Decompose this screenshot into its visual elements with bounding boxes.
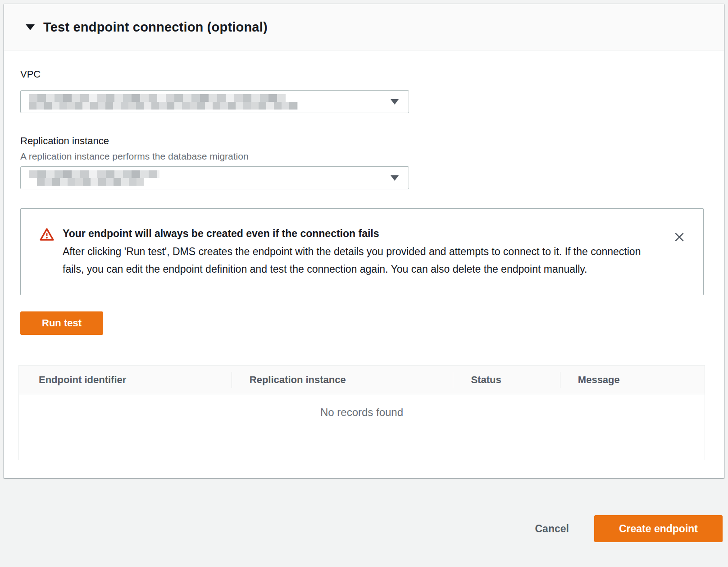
redaction-pixels (29, 94, 286, 102)
warning-body: After clicking 'Run test', DMS creates t… (63, 243, 645, 278)
column-header-replication-instance: Replication instance (232, 366, 453, 394)
test-endpoint-panel: Test endpoint connection (optional) VPC … (4, 4, 724, 478)
page: Test endpoint connection (optional) VPC … (0, 4, 728, 542)
replication-instance-label: Replication instance (20, 135, 704, 147)
close-icon[interactable] (672, 229, 687, 245)
dropdown-arrow-icon (391, 175, 399, 181)
form-actions-footer: Cancel Create endpoint (0, 515, 728, 542)
empty-state-message: No records found (320, 406, 403, 418)
create-endpoint-button[interactable]: Create endpoint (594, 515, 723, 542)
column-header-message: Message (560, 366, 705, 394)
redaction-pixels (29, 102, 298, 110)
section-title: Test endpoint connection (optional) (43, 20, 268, 35)
replication-selected-value-redacted (29, 170, 159, 186)
replication-instance-select[interactable] (20, 166, 409, 189)
warning-content: Your endpoint will always be created eve… (63, 227, 672, 278)
run-test-button[interactable]: Run test (20, 311, 103, 335)
warning-triangle-icon (40, 228, 54, 243)
section-body: VPC Replication instance A replication i… (4, 68, 724, 478)
triangle-down-icon (26, 24, 35, 30)
vpc-label: VPC (20, 68, 704, 81)
section-header-toggle[interactable]: Test endpoint connection (optional) (4, 4, 724, 50)
column-header-endpoint-identifier: Endpoint identifier (19, 366, 232, 394)
warning-alert: Your endpoint will always be created eve… (20, 208, 704, 295)
cancel-button[interactable]: Cancel (535, 523, 569, 535)
dropdown-arrow-icon (391, 99, 399, 105)
table-empty-state: No records found (19, 394, 705, 460)
test-results-table: Endpoint identifier Replication instance… (18, 365, 705, 460)
column-header-status: Status (453, 366, 560, 394)
replication-instance-field: Replication instance A replication insta… (20, 135, 704, 189)
vpc-selected-value-redacted (29, 94, 298, 110)
vpc-select[interactable] (20, 90, 409, 113)
redaction-pixels (37, 178, 144, 186)
warning-title: Your endpoint will always be created eve… (63, 227, 645, 240)
redaction-pixels (29, 170, 159, 178)
replication-instance-description: A replication instance performs the data… (20, 151, 704, 162)
vpc-field: VPC (20, 68, 704, 113)
table-header-row: Endpoint identifier Replication instance… (19, 366, 705, 394)
